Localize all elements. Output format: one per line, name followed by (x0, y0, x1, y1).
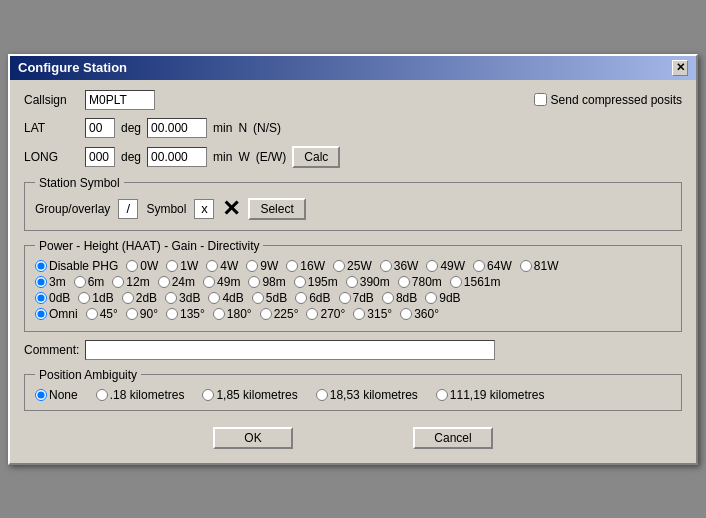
gain-radio[interactable] (165, 292, 177, 304)
dir-radio[interactable] (306, 308, 318, 320)
callsign-label: Callsign (24, 93, 79, 107)
height-radio[interactable] (398, 276, 410, 288)
radio-item: 1W (166, 259, 198, 273)
station-symbol-legend: Station Symbol (35, 176, 124, 190)
phg-option-label: Disable PHG (49, 259, 118, 273)
calc-button[interactable]: Calc (292, 146, 340, 168)
cancel-button[interactable]: Cancel (413, 427, 493, 449)
dir-radio[interactable] (213, 308, 225, 320)
gain-radio[interactable] (252, 292, 264, 304)
dir-radio[interactable] (86, 308, 98, 320)
lat-deg-label: deg (121, 121, 141, 135)
radio-item: 64W (473, 259, 512, 273)
posAmb-radio[interactable] (436, 389, 448, 401)
callsign-input[interactable] (85, 90, 155, 110)
phg-radio[interactable] (246, 260, 258, 272)
radio-item: 225° (260, 307, 299, 321)
long-min-input[interactable] (147, 147, 207, 167)
phg-radio[interactable] (166, 260, 178, 272)
radio-item: 780m (398, 275, 442, 289)
bottom-buttons: OK Cancel (24, 419, 682, 453)
height-radio[interactable] (203, 276, 215, 288)
dir-radio[interactable] (166, 308, 178, 320)
height-option-label: 98m (262, 275, 285, 289)
dir-option-label: 360° (414, 307, 439, 321)
send-compressed-label: Send compressed posits (551, 93, 682, 107)
height-radio[interactable] (74, 276, 86, 288)
dir-radio[interactable] (260, 308, 272, 320)
long-dir-label: (E/W) (256, 150, 287, 164)
gain-radio[interactable] (425, 292, 437, 304)
dialog-body: Callsign Send compressed posits LAT deg … (10, 80, 696, 463)
lat-deg-input[interactable] (85, 118, 115, 138)
radio-item: 16W (286, 259, 325, 273)
radio-item: 270° (306, 307, 345, 321)
height-option-label: 49m (217, 275, 240, 289)
close-button[interactable]: ✕ (672, 60, 688, 76)
radio-item: 25W (333, 259, 372, 273)
gain-option-label: 3dB (179, 291, 200, 305)
dir-radio[interactable] (353, 308, 365, 320)
radio-item: 3m (35, 275, 66, 289)
dir-radio[interactable] (126, 308, 138, 320)
height-radio[interactable] (248, 276, 260, 288)
phg-radio[interactable] (473, 260, 485, 272)
dir-option-label: 45° (100, 307, 118, 321)
dir-radio[interactable] (35, 308, 47, 320)
long-deg-label: deg (121, 150, 141, 164)
lat-min-label: min (213, 121, 232, 135)
gain-radio[interactable] (122, 292, 134, 304)
gain-radio[interactable] (295, 292, 307, 304)
long-dir: W (238, 150, 249, 164)
radio-item: 3dB (165, 291, 200, 305)
select-button[interactable]: Select (248, 198, 305, 220)
comment-input[interactable] (85, 340, 495, 360)
height-radio[interactable] (346, 276, 358, 288)
dialog-title: Configure Station (18, 60, 127, 75)
long-deg-input[interactable] (85, 147, 115, 167)
height-radio[interactable] (450, 276, 462, 288)
dir-option-label: 270° (320, 307, 345, 321)
height-radio[interactable] (112, 276, 124, 288)
gain-radio[interactable] (208, 292, 220, 304)
dir-radio[interactable] (400, 308, 412, 320)
radio-item: 6m (74, 275, 105, 289)
gain-radio[interactable] (382, 292, 394, 304)
height-option-label: 1561m (464, 275, 501, 289)
height-radio[interactable] (294, 276, 306, 288)
radio-item: 81W (520, 259, 559, 273)
ok-button[interactable]: OK (213, 427, 293, 449)
posAmb-radio[interactable] (96, 389, 108, 401)
callsign-row: Callsign Send compressed posits (24, 90, 682, 110)
posAmb-radio[interactable] (202, 389, 214, 401)
phg-radio[interactable] (286, 260, 298, 272)
radio-item: 1,85 kilometres (202, 388, 297, 402)
phg-radio[interactable] (126, 260, 138, 272)
radio-item: 111,19 kilometres (436, 388, 545, 402)
phg-option-label: 1W (180, 259, 198, 273)
power-legend: Power - Height (HAAT) - Gain - Directivi… (35, 239, 263, 253)
radio-item: 195m (294, 275, 338, 289)
phg-radio[interactable] (380, 260, 392, 272)
height-radio[interactable] (35, 276, 47, 288)
lat-min-input[interactable] (147, 118, 207, 138)
radio-item: 98m (248, 275, 285, 289)
gain-radio[interactable] (35, 292, 47, 304)
phg-radio[interactable] (426, 260, 438, 272)
phg-radio[interactable] (35, 260, 47, 272)
gain-radio[interactable] (78, 292, 90, 304)
send-compressed-checkbox[interactable] (534, 93, 547, 106)
posAmb-radio[interactable] (316, 389, 328, 401)
position-ambiguity-group: Position Ambiguity None.18 kilometres1,8… (24, 368, 682, 411)
height-option-label: 6m (88, 275, 105, 289)
gain-radio[interactable] (339, 292, 351, 304)
phg-radio[interactable] (206, 260, 218, 272)
radio-item: 135° (166, 307, 205, 321)
height-radio[interactable] (158, 276, 170, 288)
phg-radio[interactable] (520, 260, 532, 272)
radio-item: 12m (112, 275, 149, 289)
radio-item: 315° (353, 307, 392, 321)
posAmb-radio[interactable] (35, 389, 47, 401)
posAmb-option-label: .18 kilometres (110, 388, 185, 402)
phg-radio[interactable] (333, 260, 345, 272)
